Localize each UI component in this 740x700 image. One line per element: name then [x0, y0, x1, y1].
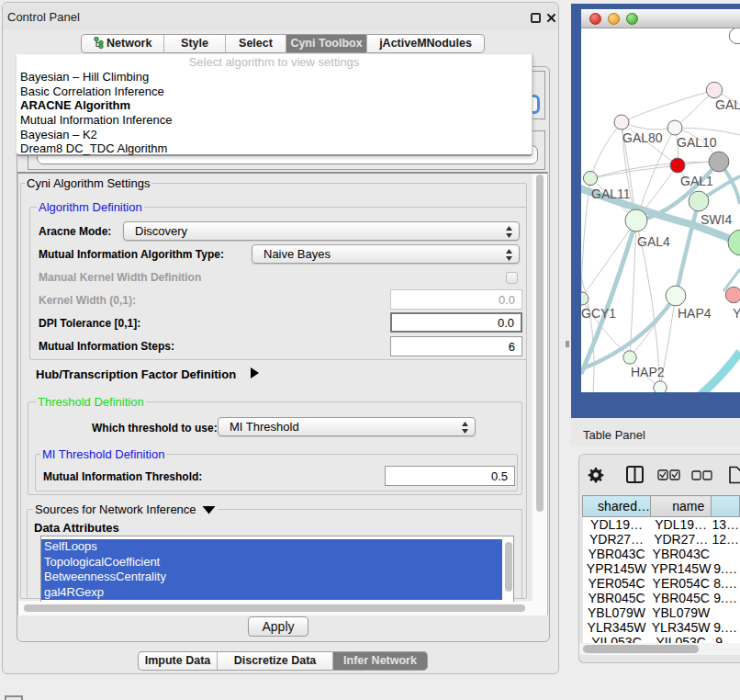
svg-text:SWI4: SWI4 — [701, 212, 732, 227]
svg-text:GCY1: GCY1 — [581, 306, 616, 321]
svg-text:GAL80: GAL80 — [622, 130, 663, 145]
svg-text:GAL1: GAL1 — [680, 174, 713, 188]
svg-text:GAL7: GAL7 — [715, 97, 740, 112]
svg-text:HAP2: HAP2 — [631, 365, 665, 379]
svg-text:GAL4: GAL4 — [637, 234, 670, 249]
svg-text:GAL11: GAL11 — [591, 186, 631, 201]
svg-text:GAL10: GAL10 — [677, 135, 717, 150]
svg-text:HAP4: HAP4 — [678, 306, 712, 321]
svg-text:Y: Y — [733, 306, 740, 321]
